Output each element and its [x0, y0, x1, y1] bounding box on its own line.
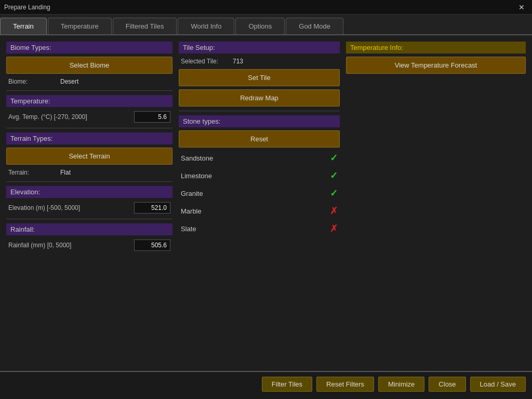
- biome-types-header: Biome Types:: [6, 42, 172, 54]
- elevation-header: Elevation:: [6, 186, 172, 198]
- reset-stone-button[interactable]: Reset: [179, 130, 340, 148]
- temperature-header: Temperature:: [6, 95, 172, 107]
- terrain-label-row: Terrain: Flat: [6, 168, 172, 177]
- middle-panel: Tile Setup: Selected Tile: 713 Set Tile …: [179, 42, 340, 365]
- tab-filtered-tiles[interactable]: Filtered Tiles: [113, 18, 177, 34]
- right-panel: Temperature Info: View Temperature Forec…: [346, 42, 526, 365]
- stone-name-marble: Marble: [181, 207, 326, 215]
- stone-name-sandstone: Sandstone: [181, 154, 326, 162]
- elevation-label: Elevation (m) [-500, 5000]: [8, 204, 131, 211]
- stone-name-granite: Granite: [181, 190, 326, 197]
- stone-row-slate: Slate ✗: [179, 221, 340, 236]
- tab-world-info[interactable]: World Info: [178, 18, 234, 34]
- terrain-value: Flat: [60, 169, 71, 176]
- window-close-button[interactable]: ✕: [515, 2, 528, 12]
- tab-terrain[interactable]: Terrain: [0, 18, 47, 34]
- stone-check-granite: ✓: [330, 188, 338, 199]
- tab-bar: Terrain Temperature Filtered Tiles World…: [0, 15, 532, 35]
- stone-check-limestone: ✓: [330, 170, 338, 181]
- stone-row-marble: Marble ✗: [179, 204, 340, 218]
- select-biome-button[interactable]: Select Biome: [6, 57, 172, 74]
- selected-tile-value: 713: [233, 58, 243, 65]
- stone-name-slate: Slate: [181, 225, 326, 233]
- rainfall-header: Rainfall:: [6, 223, 172, 235]
- bottom-bar: Filter Tiles Reset Filters Minimize Clos…: [0, 371, 532, 396]
- terrain-types-header: Terrain Types:: [6, 132, 172, 144]
- load-save-button[interactable]: Load / Save: [470, 377, 526, 392]
- redraw-map-button[interactable]: Redraw Map: [179, 89, 340, 107]
- view-temperature-forecast-button[interactable]: View Temperature Forecast: [346, 57, 526, 74]
- stone-row-limestone: Limestone ✓: [179, 168, 340, 183]
- reset-filters-button[interactable]: Reset Filters: [316, 377, 374, 392]
- terrain-label: Terrain:: [8, 169, 60, 176]
- tile-setup-header: Tile Setup:: [179, 42, 340, 54]
- left-panel: Biome Types: Select Biome Biome: Desert …: [6, 42, 172, 365]
- avg-temp-input[interactable]: [134, 111, 170, 123]
- main-content: Biome Types: Select Biome Biome: Desert …: [0, 35, 532, 371]
- set-tile-button[interactable]: Set Tile: [179, 69, 340, 86]
- elevation-row: Elevation (m) [-500, 5000]: [6, 201, 172, 215]
- tab-temperature[interactable]: Temperature: [48, 18, 112, 34]
- stone-row-sandstone: Sandstone ✓: [179, 151, 340, 165]
- tab-options[interactable]: Options: [235, 18, 285, 34]
- rainfall-label: Rainfall (mm) [0, 5000]: [8, 242, 131, 249]
- rainfall-input[interactable]: [134, 240, 170, 251]
- avg-temp-label: Avg. Temp. (°C) [-270, 2000]: [8, 113, 131, 121]
- stone-cross-slate: ✗: [330, 223, 338, 234]
- selected-tile-label: Selected Tile:: [181, 58, 233, 65]
- stone-row-granite: Granite ✓: [179, 186, 340, 201]
- close-window-button[interactable]: Close: [429, 377, 466, 392]
- stone-name-limestone: Limestone: [181, 172, 326, 180]
- elevation-input[interactable]: [134, 202, 170, 214]
- biome-label-row: Biome: Desert: [6, 77, 172, 86]
- tab-god-mode[interactable]: God Mode: [286, 18, 343, 34]
- title-bar: Prepare Landing ✕: [0, 0, 532, 15]
- stone-cross-marble: ✗: [330, 205, 338, 217]
- minimize-button[interactable]: Minimize: [378, 377, 424, 392]
- stone-check-sandstone: ✓: [330, 152, 338, 164]
- filter-tiles-button[interactable]: Filter Tiles: [262, 377, 312, 392]
- stone-types-header: Stone types:: [179, 115, 340, 127]
- rainfall-row: Rainfall (mm) [0, 5000]: [6, 238, 172, 252]
- biome-value: Desert: [60, 78, 78, 85]
- temp-info-header: Temperature Info:: [346, 42, 526, 54]
- biome-label: Biome:: [8, 78, 60, 85]
- select-terrain-button[interactable]: Select Terrain: [6, 148, 172, 165]
- window-title: Prepare Landing: [4, 4, 50, 11]
- selected-tile-row: Selected Tile: 713: [179, 57, 340, 66]
- avg-temp-row: Avg. Temp. (°C) [-270, 2000]: [6, 110, 172, 124]
